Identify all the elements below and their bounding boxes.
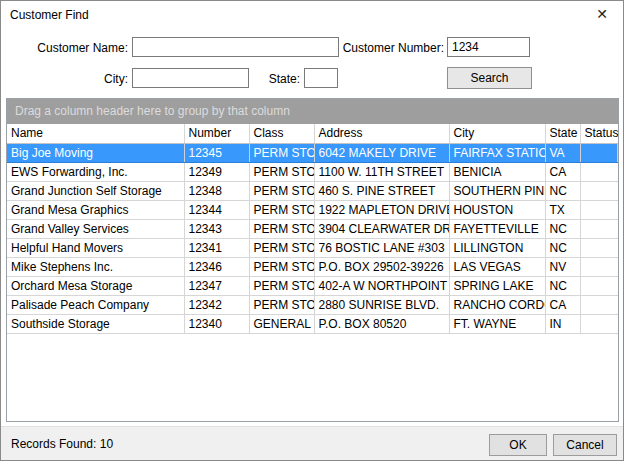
table-cell[interactable]: 12340 — [184, 314, 249, 333]
table-cell[interactable]: EWS Forwarding, Inc. — [7, 162, 184, 181]
table-cell[interactable] — [580, 181, 618, 200]
table-cell[interactable]: Southside Storage — [7, 314, 184, 333]
table-cell[interactable]: 12342 — [184, 295, 249, 314]
table-cell[interactable]: Palisade Peach Company — [7, 295, 184, 314]
table-row[interactable]: Southside Storage12340GENERALP.O. BOX 80… — [7, 314, 618, 333]
table-cell[interactable]: Grand Mesa Graphics — [7, 200, 184, 219]
table-cell[interactable]: Big Joe Moving — [7, 143, 184, 162]
table-cell[interactable]: 12348 — [184, 181, 249, 200]
table-cell[interactable]: Helpful Hand Movers — [7, 238, 184, 257]
table-cell[interactable] — [580, 238, 618, 257]
table-cell[interactable]: PERM STORAGE — [249, 238, 314, 257]
table-cell[interactable]: 1922 MAPLETON DRIVE — [314, 200, 449, 219]
table-cell[interactable]: CA — [545, 162, 580, 181]
cancel-button[interactable]: Cancel — [553, 434, 617, 456]
city-input[interactable] — [132, 68, 249, 88]
table-cell[interactable]: FT. WAYNE — [449, 314, 545, 333]
table-cell[interactable]: NC — [545, 238, 580, 257]
table-row[interactable]: Palisade Peach Company12342PERM STORAGE2… — [7, 295, 618, 314]
table-row[interactable]: Grand Mesa Graphics12344PERM STORAGE1922… — [7, 200, 618, 219]
table-cell[interactable]: SPRING LAKE — [449, 276, 545, 295]
table-cell[interactable]: 6042 MAKELY DRIVE — [314, 143, 449, 162]
table-cell[interactable]: Mike Stephens Inc. — [7, 257, 184, 276]
ok-button[interactable]: OK — [489, 434, 547, 456]
table-cell[interactable]: FAYETTEVILLE — [449, 219, 545, 238]
table-cell[interactable]: Orchard Mesa Storage — [7, 276, 184, 295]
table-cell[interactable]: GENERAL — [249, 314, 314, 333]
table-cell[interactable]: 460 S. PINE STREET — [314, 181, 449, 200]
column-header-state[interactable]: State — [545, 124, 580, 143]
table-cell[interactable]: 76 BOSTIC LANE #303 — [314, 238, 449, 257]
group-by-drop-zone[interactable]: Drag a column header here to group by th… — [7, 99, 618, 124]
table-cell[interactable]: 12341 — [184, 238, 249, 257]
table-cell[interactable]: HOUSTON — [449, 200, 545, 219]
table-cell[interactable]: PERM STORAGE — [249, 200, 314, 219]
table-cell[interactable]: CA — [545, 295, 580, 314]
column-header-city[interactable]: City — [449, 124, 545, 143]
table-cell[interactable]: 12343 — [184, 219, 249, 238]
table-cell[interactable]: LAS VEGAS — [449, 257, 545, 276]
close-icon[interactable]: ✕ — [587, 1, 617, 27]
table-cell[interactable]: P.O. BOX 29502-39226 — [314, 257, 449, 276]
table-cell[interactable]: IN — [545, 314, 580, 333]
table-cell[interactable]: PERM STORAGE — [249, 181, 314, 200]
table-cell[interactable]: 12349 — [184, 162, 249, 181]
table-row[interactable]: Helpful Hand Movers12341PERM STORAGE76 B… — [7, 238, 618, 257]
table-row[interactable]: Grand Junction Self Storage12348PERM STO… — [7, 181, 618, 200]
table-cell[interactable]: 3904 CLEARWATER DRIVE — [314, 219, 449, 238]
column-header-class[interactable]: Class — [249, 124, 314, 143]
table-cell[interactable] — [580, 276, 618, 295]
customer-number-label: Customer Number: — [337, 38, 444, 58]
table-cell[interactable]: FAIRFAX STATION — [449, 143, 545, 162]
table-cell[interactable] — [580, 200, 618, 219]
table-cell[interactable] — [580, 219, 618, 238]
table-row[interactable]: EWS Forwarding, Inc.12349PERM STORAGE110… — [7, 162, 618, 181]
customer-name-input[interactable] — [132, 37, 339, 57]
state-label: State: — [249, 69, 300, 89]
table-cell[interactable]: TX — [545, 200, 580, 219]
table-cell[interactable]: 12345 — [184, 143, 249, 162]
table-cell[interactable]: 2880 SUNRISE BLVD. — [314, 295, 449, 314]
table-cell[interactable]: PERM STORAGE — [249, 162, 314, 181]
table-cell[interactable]: Grand Valley Services — [7, 219, 184, 238]
table-cell[interactable]: SOUTHERN PINES — [449, 181, 545, 200]
state-input[interactable] — [304, 68, 338, 88]
column-header-name[interactable]: Name — [7, 124, 184, 143]
table-cell[interactable]: 1100 W. 11TH STREET — [314, 162, 449, 181]
table-cell[interactable]: P.O. BOX 80520 — [314, 314, 449, 333]
table-cell[interactable]: NC — [545, 181, 580, 200]
table-cell[interactable]: 12344 — [184, 200, 249, 219]
table-cell[interactable] — [580, 257, 618, 276]
table-row[interactable]: Mike Stephens Inc.12346PERM STORAGEP.O. … — [7, 257, 618, 276]
table-cell[interactable]: 12347 — [184, 276, 249, 295]
table-cell[interactable] — [580, 162, 618, 181]
table-cell[interactable]: PERM STORAGE — [249, 257, 314, 276]
table-cell[interactable] — [580, 314, 618, 333]
city-label: City: — [1, 69, 128, 89]
table-row[interactable]: Orchard Mesa Storage12347PERM STORAGE402… — [7, 276, 618, 295]
search-button[interactable]: Search — [447, 67, 532, 89]
table-cell[interactable]: 402-A W NORTHPOINT RD. — [314, 276, 449, 295]
table-row[interactable]: Big Joe Moving12345PERM STORAGE6042 MAKE… — [7, 143, 618, 162]
table-cell[interactable]: RANCHO CORDOVA — [449, 295, 545, 314]
table-cell[interactable]: VA — [545, 143, 580, 162]
table-cell[interactable] — [580, 295, 618, 314]
table-cell[interactable]: Grand Junction Self Storage — [7, 181, 184, 200]
customer-number-input[interactable] — [447, 37, 530, 57]
column-header-number[interactable]: Number — [184, 124, 249, 143]
column-header-status[interactable]: Status — [580, 124, 618, 143]
table-cell[interactable]: PERM STORAGE — [249, 219, 314, 238]
table-cell[interactable]: NV — [545, 257, 580, 276]
table-cell[interactable]: NC — [545, 276, 580, 295]
table-cell[interactable]: NC — [545, 219, 580, 238]
table-cell[interactable]: BENICIA — [449, 162, 545, 181]
table-cell[interactable]: LILLINGTON — [449, 238, 545, 257]
table-cell[interactable] — [580, 143, 618, 162]
table-cell[interactable]: 12346 — [184, 257, 249, 276]
column-header-address[interactable]: Address — [314, 124, 449, 143]
table-cell[interactable]: PERM STORAGE — [249, 276, 314, 295]
grid-body: Big Joe Moving12345PERM STORAGE6042 MAKE… — [7, 143, 618, 333]
table-row[interactable]: Grand Valley Services12343PERM STORAGE39… — [7, 219, 618, 238]
table-cell[interactable]: PERM STORAGE — [249, 295, 314, 314]
table-cell[interactable]: PERM STORAGE — [249, 143, 314, 162]
